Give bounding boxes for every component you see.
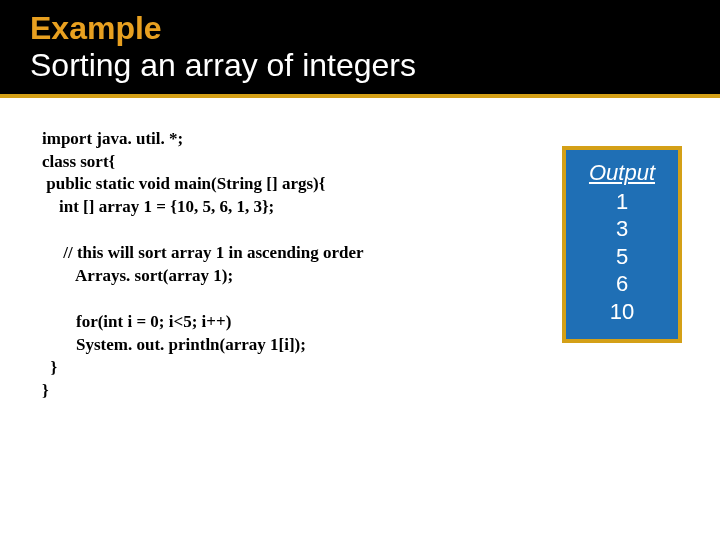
code-line: import java. util. *;: [42, 129, 183, 148]
code-line: int [] array 1 = {10, 5, 6, 1, 3};: [42, 197, 274, 216]
output-value: 3: [566, 215, 678, 243]
code-line: class sort{: [42, 152, 115, 171]
code-line: }: [42, 358, 57, 377]
code-line: for(int i = 0; i<5; i++): [42, 312, 231, 331]
code-line: }: [42, 381, 49, 400]
output-heading: Output: [566, 160, 678, 186]
output-value: 10: [566, 298, 678, 326]
code-line: public static void main(String [] args){: [42, 174, 325, 193]
title-line-1: Example: [30, 10, 700, 47]
output-value: 6: [566, 270, 678, 298]
code-line: Arrays. sort(array 1);: [42, 266, 233, 285]
title-line-2: Sorting an array of integers: [30, 47, 700, 84]
output-value: 1: [566, 188, 678, 216]
output-value: 5: [566, 243, 678, 271]
code-line: // this will sort array 1 in ascending o…: [42, 243, 364, 262]
title-band: Example Sorting an array of integers: [0, 0, 720, 98]
code-line: System. out. println(array 1[i]);: [42, 335, 306, 354]
content-area: import java. util. *; class sort{ public…: [0, 98, 720, 403]
output-box: Output 1 3 5 6 10: [562, 146, 682, 344]
